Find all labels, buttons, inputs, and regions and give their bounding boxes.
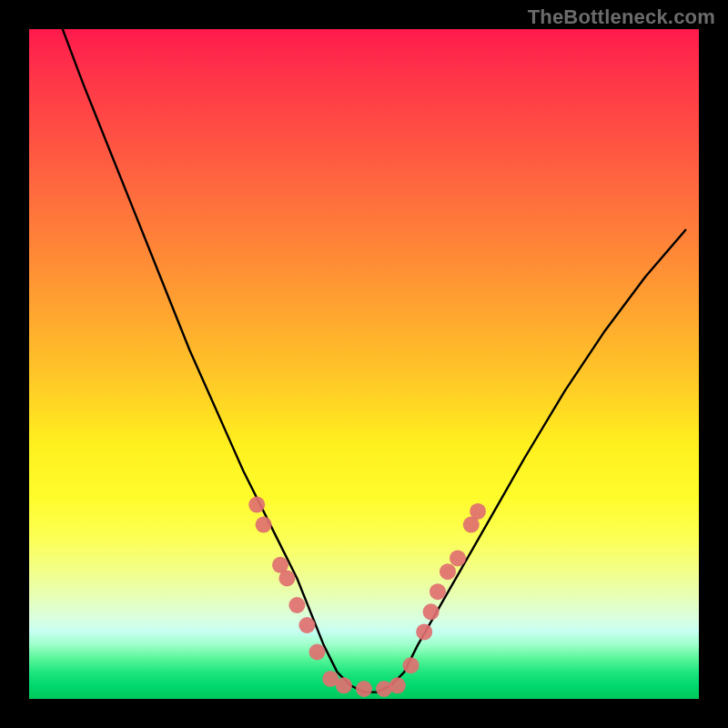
marker-dot — [416, 623, 432, 640]
plot-area — [29, 29, 699, 699]
marker-dot — [248, 497, 265, 513]
watermark-text: TheBottleneck.com — [528, 5, 715, 29]
chart-frame: TheBottleneck.com — [0, 0, 728, 728]
marker-dot — [430, 583, 446, 600]
marker-dot — [423, 603, 440, 620]
marker-dot — [450, 550, 466, 566]
marker-dot — [298, 617, 315, 633]
marker-dot — [440, 563, 456, 580]
marker-dot — [309, 644, 326, 661]
marker-dot — [336, 677, 352, 693]
chart-svg — [29, 29, 699, 699]
bottleneck-curve — [63, 29, 686, 693]
curve-highlight-markers — [248, 497, 486, 697]
marker-dot — [256, 517, 272, 533]
marker-dot — [356, 681, 372, 697]
marker-dot — [470, 503, 486, 520]
marker-dot — [403, 657, 420, 673]
marker-dot — [288, 597, 305, 613]
marker-dot — [278, 571, 295, 587]
marker-dot — [389, 677, 406, 693]
